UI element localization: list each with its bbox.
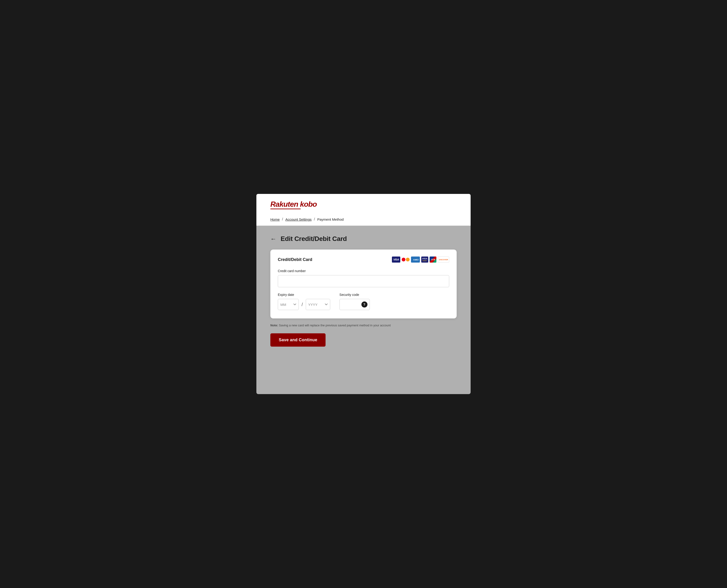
page-title-row: ← Edit Credit/Debit Card bbox=[270, 235, 457, 243]
breadcrumb: Home / Account Settings / Payment Method bbox=[270, 213, 457, 226]
visa-icon: VISA bbox=[392, 256, 400, 262]
card-number-label: Credit card number bbox=[278, 269, 449, 273]
jcb-icon: JCB bbox=[430, 256, 436, 262]
expiry-inputs: MM 01020304 05060708 09101112 / YYYY 202… bbox=[278, 299, 330, 310]
site-header: Rakuten kobo Home / Account Settings / P… bbox=[256, 194, 471, 226]
security-input-wrapper: ? bbox=[339, 299, 370, 310]
note-text: Note: Saving a new card will replace the… bbox=[270, 323, 457, 328]
breadcrumb-sep-2: / bbox=[314, 217, 315, 222]
logo-underline bbox=[270, 209, 300, 209]
expiry-security-row: Expiry date MM 01020304 05060708 0910111… bbox=[278, 293, 449, 310]
logo-text: Rakuten kobo bbox=[270, 201, 457, 208]
browser-window: Rakuten kobo Home / Account Settings / P… bbox=[256, 194, 471, 394]
breadcrumb-account-settings[interactable]: Account Settings bbox=[285, 217, 312, 222]
mc-right bbox=[406, 258, 410, 261]
discover-icon: DISCOVER bbox=[438, 256, 449, 262]
save-continue-button[interactable]: Save and Continue bbox=[270, 333, 326, 346]
card-form-header: Credit/Debit Card VISA AMEX bbox=[278, 256, 449, 262]
mastercard-icon bbox=[402, 257, 410, 262]
breadcrumb-sep-1: / bbox=[282, 217, 283, 222]
security-help-icon[interactable]: ? bbox=[361, 301, 368, 308]
back-arrow-button[interactable]: ← bbox=[270, 236, 276, 242]
breadcrumb-current: Payment Method bbox=[317, 217, 344, 222]
expiry-year-select[interactable]: YYYY 2024202520262027 202820292030 bbox=[306, 299, 330, 310]
security-section: Security code ? bbox=[339, 293, 370, 310]
payment-icons: VISA AMEX VISA DEBIT bbox=[392, 256, 449, 262]
note-body: Saving a new card will replace the previ… bbox=[278, 323, 391, 327]
breadcrumb-home[interactable]: Home bbox=[270, 217, 280, 222]
card-number-input[interactable] bbox=[278, 275, 449, 287]
amex-icon: AMEX bbox=[411, 256, 420, 262]
security-help-text: ? bbox=[363, 303, 365, 306]
page-title: Edit Credit/Debit Card bbox=[281, 235, 347, 243]
security-label: Security code bbox=[339, 293, 370, 297]
card-form-container: Credit/Debit Card VISA AMEX bbox=[270, 250, 457, 318]
visa-debit-icon: VISA DEBIT bbox=[421, 256, 428, 262]
expiry-label: Expiry date bbox=[278, 293, 330, 297]
note-prefix: Note: bbox=[270, 323, 278, 327]
expiry-slash: / bbox=[302, 302, 303, 307]
expiry-section: Expiry date MM 01020304 05060708 0910111… bbox=[278, 293, 330, 310]
expiry-month-select[interactable]: MM 01020304 05060708 09101112 bbox=[278, 299, 299, 310]
main-content: ← Edit Credit/Debit Card Credit/Debit Ca… bbox=[256, 226, 471, 346]
logo[interactable]: Rakuten kobo bbox=[270, 201, 457, 209]
svg-text:AMEX: AMEX bbox=[413, 259, 419, 261]
card-form-title: Credit/Debit Card bbox=[278, 257, 312, 262]
mc-left bbox=[402, 258, 406, 261]
